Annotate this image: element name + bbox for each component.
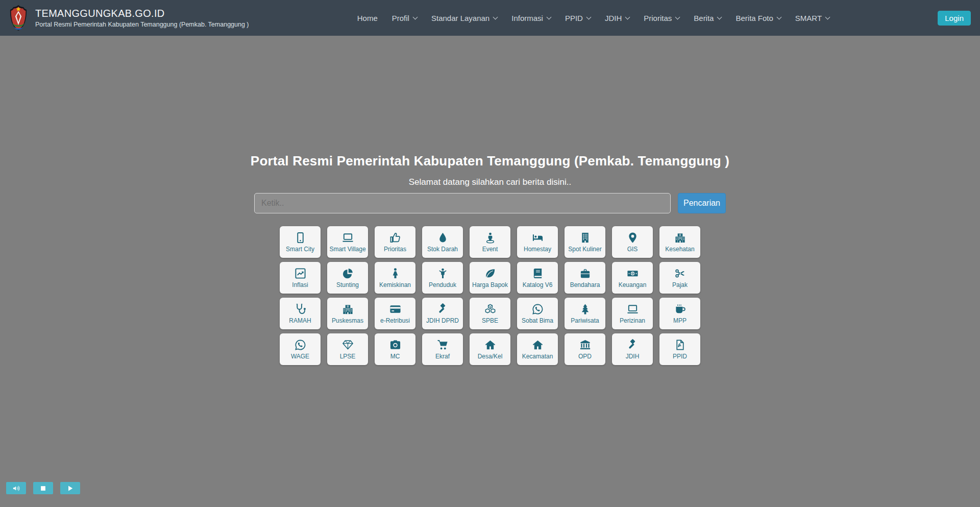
nav-item-label: Berita Foto <box>736 14 773 22</box>
tile-katalog-v6[interactable]: Katalog V6 <box>517 262 558 294</box>
tile-label: Kesehatan <box>665 246 694 253</box>
tile-bendahara[interactable]: Bendahara <box>565 262 605 294</box>
tile-mpp[interactable]: MPP <box>659 298 700 329</box>
tile-pajak[interactable]: Pajak <box>659 262 700 294</box>
nav-item-prioritas[interactable]: Prioritas <box>636 14 687 22</box>
tile-spbe[interactable]: SPBE <box>470 298 510 329</box>
tile-label: Pajak <box>672 281 688 288</box>
tile-label: Stok Darah <box>427 246 458 253</box>
tree-icon <box>579 303 591 316</box>
tile-perizinan[interactable]: Perizinan <box>612 298 653 329</box>
tile-stok-darah[interactable]: Stok Darah <box>422 226 463 258</box>
tile-label: Spot Kuliner <box>568 246 601 253</box>
tile-prioritas[interactable]: Prioritas <box>375 226 415 258</box>
tile-gis[interactable]: GIS <box>612 226 653 258</box>
whatsapp-icon <box>532 303 544 316</box>
tile-label: Stunting <box>336 281 359 288</box>
leaf-icon <box>484 268 496 280</box>
tile-e-retribusi[interactable]: e-Retribusi <box>375 298 415 329</box>
nav-item-standar-layanan[interactable]: Standar Layanan <box>424 14 504 22</box>
tile-smart-city[interactable]: Smart City <box>280 226 321 258</box>
tile-label: Smart Village <box>329 246 365 253</box>
chevron-down-icon <box>717 14 722 19</box>
tile-mc[interactable]: MC <box>375 333 415 365</box>
mug-icon <box>674 303 686 316</box>
chevron-down-icon <box>586 14 591 19</box>
tile-keuangan[interactable]: Keuangan <box>612 262 653 294</box>
nav-item-label: Standar Layanan <box>431 14 489 22</box>
brand[interactable]: TEMANGGUNGKAB.GO.ID Portal Resmi Pemerin… <box>7 4 249 32</box>
tile-harga-bapok[interactable]: Harga Bapok <box>470 262 510 294</box>
play-button[interactable] <box>60 482 80 494</box>
chart-line-icon <box>295 268 306 280</box>
tile-label: Puskesmas <box>332 317 363 324</box>
nav-item-smart[interactable]: SMART <box>788 14 837 22</box>
nav-item-profil[interactable]: Profil <box>385 14 424 22</box>
tile-label: Homestay <box>524 246 551 253</box>
gavel-icon <box>437 303 449 316</box>
nav-item-ppid[interactable]: PPID <box>558 14 598 22</box>
tile-penduduk[interactable]: Penduduk <box>422 262 463 294</box>
tile-jdih-dprd[interactable]: JDIH DPRD <box>422 298 463 329</box>
tile-kecamatan[interactable]: Kecamatan <box>517 333 558 365</box>
tile-ppid[interactable]: PPID <box>659 333 700 365</box>
tile-label: Perizinan <box>620 317 645 324</box>
tile-ramah[interactable]: RAMAH <box>280 298 321 329</box>
tile-label: Kecamatan <box>522 353 553 360</box>
tile-kemiskinan[interactable]: Kemiskinan <box>375 262 415 294</box>
nav-item-informasi[interactable]: Informasi <box>504 14 558 22</box>
tile-puskesmas[interactable]: Puskesmas <box>327 298 368 329</box>
nav-item-label: Profil <box>392 14 409 22</box>
tile-sobat-bima[interactable]: Sobat Bima <box>517 298 558 329</box>
tile-label: PPID <box>673 353 687 360</box>
tile-ekraf[interactable]: Ekraf <box>422 333 463 365</box>
bed-icon <box>532 232 544 244</box>
stop-button[interactable] <box>33 482 53 494</box>
chart-pie-icon <box>342 268 354 280</box>
nav-item-label: SMART <box>795 14 822 22</box>
search-button[interactable]: Pencarian <box>678 193 726 213</box>
home-icon <box>484 339 496 351</box>
tile-wage[interactable]: WAGE <box>280 333 321 365</box>
book-icon <box>532 268 544 280</box>
chevron-down-icon <box>625 14 630 19</box>
tile-event[interactable]: Event <box>470 226 510 258</box>
tile-lpse[interactable]: LPSE <box>327 333 368 365</box>
scissors-icon <box>674 268 686 280</box>
tile-spot-kuliner[interactable]: Spot Kuliner <box>565 226 605 258</box>
camera-icon <box>389 339 401 351</box>
file-pdf-icon <box>674 339 686 351</box>
tile-label: RAMAH <box>289 317 311 324</box>
tile-desa-kel[interactable]: Desa/Kel <box>470 333 510 365</box>
tile-stunting[interactable]: Stunting <box>327 262 368 294</box>
tile-inflasi[interactable]: Inflasi <box>280 262 321 294</box>
hero-section: Portal Resmi Pemerintah Kabupaten Temang… <box>0 36 980 365</box>
nav-item-home[interactable]: Home <box>350 14 385 22</box>
bank-icon <box>579 339 591 351</box>
volume-button[interactable] <box>6 482 26 494</box>
nav-item-jdih[interactable]: JDIH <box>598 14 636 22</box>
person-female-icon <box>389 268 401 280</box>
laptop-icon <box>627 303 639 316</box>
volume-icon <box>12 485 20 492</box>
tile-smart-village[interactable]: Smart Village <box>327 226 368 258</box>
site-title: TEMANGGUNGKAB.GO.ID <box>35 8 249 19</box>
tile-jdih[interactable]: JDIH <box>612 333 653 365</box>
search-input[interactable] <box>254 193 671 213</box>
login-button[interactable]: Login <box>938 11 971 26</box>
tile-homestay[interactable]: Homestay <box>517 226 558 258</box>
street-view-icon <box>484 232 496 244</box>
tile-kesehatan[interactable]: Kesehatan <box>659 226 700 258</box>
tile-opd[interactable]: OPD <box>565 333 605 365</box>
search-bar: Pencarian <box>254 193 726 213</box>
nav-item-berita[interactable]: Berita <box>687 14 728 22</box>
tile-label: Keuangan <box>619 281 647 288</box>
nav-item-label: Informasi <box>511 14 543 22</box>
tile-label: OPD <box>578 353 592 360</box>
tile-label: Prioritas <box>384 246 406 253</box>
nav-item-berita-foto[interactable]: Berita Foto <box>728 14 788 22</box>
thumbs-up-icon <box>389 232 401 244</box>
laptop-icon <box>342 232 354 244</box>
tile-label: Pariwisata <box>571 317 599 324</box>
tile-pariwisata[interactable]: Pariwisata <box>565 298 605 329</box>
